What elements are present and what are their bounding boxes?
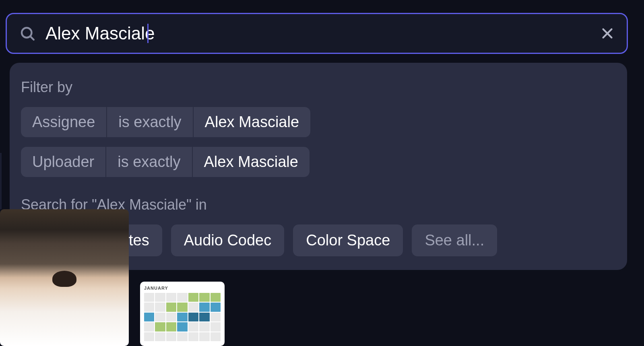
search-input-wrapper[interactable]: Alex Masciale — [36, 23, 600, 43]
filter-option-assignee[interactable]: Assignee is exactly Alex Masciale — [21, 107, 616, 137]
calendar-grid — [144, 293, 221, 341]
search-bar[interactable]: Alex Masciale — [6, 13, 628, 54]
filter-operator: is exactly — [106, 147, 192, 177]
thumbnail-calendar[interactable]: JANUARY — [140, 282, 225, 346]
search-input-text: Alex Masciale — [45, 23, 155, 43]
thumbnails-row: JANUARY — [0, 209, 225, 346]
scope-color-space-button[interactable]: Color Space — [293, 224, 403, 256]
calendar-month-label: JANUARY — [144, 286, 221, 290]
thumbnail-portrait[interactable] — [0, 209, 129, 346]
left-edge-divider — [0, 153, 2, 209]
filter-field: Uploader — [21, 147, 106, 177]
filter-value: Alex Masciale — [193, 147, 310, 177]
scope-see-all-button[interactable]: See all... — [412, 224, 497, 256]
filter-operator: is exactly — [107, 107, 193, 137]
filter-by-label: Filter by — [21, 79, 616, 96]
filter-field: Assignee — [21, 107, 107, 137]
text-cursor — [147, 24, 149, 43]
filter-value: Alex Masciale — [194, 107, 310, 137]
search-icon — [19, 25, 36, 42]
filter-option-uploader[interactable]: Uploader is exactly Alex Masciale — [21, 147, 616, 177]
svg-line-1 — [31, 37, 34, 40]
close-icon[interactable] — [600, 26, 615, 41]
